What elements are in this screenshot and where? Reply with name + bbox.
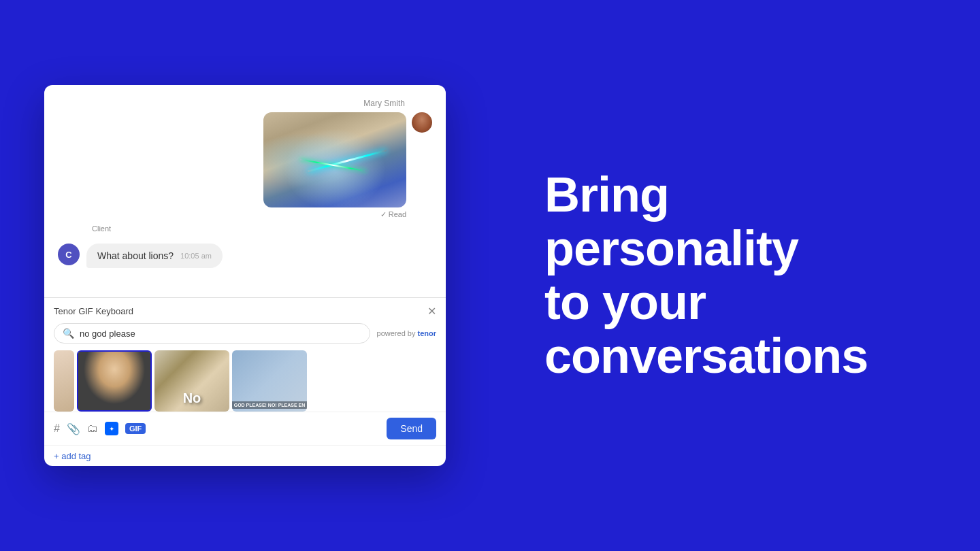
tenor-powered-text: powered by — [377, 329, 416, 337]
add-tag-link[interactable]: + add tag — [54, 451, 91, 461]
avatar-client: C — [58, 244, 80, 265]
client-avatar-letter: C — [65, 250, 71, 260]
incoming-message-row: C What about lions? 10:05 am — [58, 244, 432, 268]
hashtag-icon[interactable]: # — [54, 422, 60, 435]
dropbox-symbol: ✦ — [109, 425, 114, 433]
outgoing-message-row: ✓ Read — [58, 112, 432, 219]
folder-icon[interactable]: 🗂 — [87, 422, 98, 435]
add-tag-row: + add tag — [44, 445, 446, 466]
gif-no-text: No — [183, 390, 201, 406]
chat-messages: Mary Smith ✓ Read Client C — [44, 85, 446, 297]
client-message-text: What about lions? — [97, 250, 174, 261]
gif-search-row: 🔍 powered by tenor — [44, 323, 446, 350]
headline-line3: to your — [544, 275, 706, 329]
read-status: ✓ Read — [380, 210, 406, 219]
attachment-icon[interactable]: 📎 — [67, 422, 80, 435]
dropbox-icon[interactable]: ✦ — [105, 422, 118, 435]
right-section: Bring personality to your conversations — [490, 127, 980, 424]
chat-window: Mary Smith ✓ Read Client C — [44, 85, 446, 466]
gif-grid: No GOD PLEASE! NO! PLEASE EN — [44, 350, 446, 412]
blue-tool-button[interactable]: GIF — [125, 423, 146, 434]
gif-facepalm — [78, 352, 150, 410]
sender-name-label: Mary Smith — [58, 99, 432, 108]
left-section: Mary Smith ✓ Read Client C — [0, 0, 490, 551]
headline-line2: personality — [544, 221, 798, 276]
gif-keyboard: Tenor GIF Keyboard ✕ 🔍 powered by tenor — [44, 297, 446, 412]
incoming-bubble: What about lions? 10:05 am — [86, 244, 223, 268]
gif-thumb-2[interactable] — [77, 350, 152, 412]
headline: Bring personality to your conversations — [544, 168, 868, 384]
gif-thumb-3[interactable]: No — [154, 350, 229, 412]
tenor-logo: powered by tenor — [377, 329, 436, 337]
avatar-mary — [412, 112, 432, 133]
gif-search-input[interactable] — [80, 329, 361, 339]
tenor-brand-text: tenor — [418, 329, 437, 337]
gif-search-box: 🔍 — [54, 323, 370, 344]
avatar-face — [412, 112, 432, 133]
gif-thumb-4[interactable]: GOD PLEASE! NO! PLEASE EN — [232, 350, 307, 412]
gif-keyboard-close-button[interactable]: ✕ — [427, 305, 436, 318]
headline-line4: conversations — [544, 329, 868, 383]
search-icon: 🔍 — [63, 328, 74, 339]
gif-keyboard-title: Tenor GIF Keyboard — [54, 306, 133, 316]
client-label: Client — [58, 224, 432, 233]
toolbar-left: # 📎 🗂 ✦ GIF — [54, 422, 146, 435]
message-time: 10:05 am — [180, 252, 212, 260]
gif-content — [263, 112, 406, 207]
gif-god-text: GOD PLEASE! NO! PLEASE EN — [232, 401, 307, 409]
outgoing-message-content: ✓ Read — [263, 112, 406, 219]
chat-input-area: # 📎 🗂 ✦ GIF Send — [44, 412, 446, 445]
gif-keyboard-header: Tenor GIF Keyboard ✕ — [44, 298, 446, 323]
send-button[interactable]: Send — [387, 418, 436, 439]
gif-bubble — [263, 112, 406, 207]
gif-thumb-1[interactable] — [54, 350, 74, 412]
headline-line1: Bring — [544, 167, 669, 222]
